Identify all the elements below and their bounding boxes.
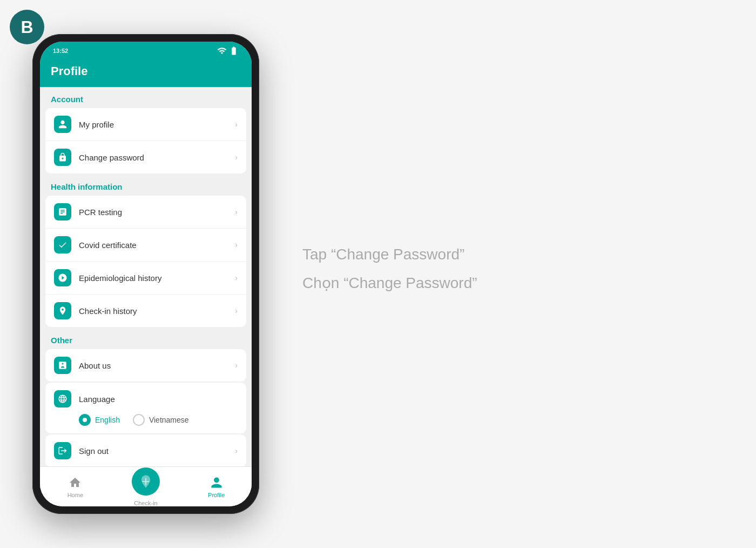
status-icons	[217, 46, 239, 56]
badge-b: B	[10, 10, 44, 44]
section-label-other: Other	[40, 328, 252, 349]
signout-label: Sign out	[79, 446, 235, 456]
covid-cert-icon	[54, 236, 71, 253]
checkin-history-item[interactable]: Check-in history ›	[45, 295, 246, 327]
language-icon	[54, 390, 71, 407]
signout-chevron: ›	[235, 446, 238, 455]
checkin-history-chevron: ›	[235, 306, 238, 315]
health-menu-card: PCR testing › Covid certificate ›	[45, 196, 246, 327]
change-password-item[interactable]: Change password ›	[45, 141, 246, 173]
phone-screen: 13:52 Profile Account	[40, 42, 252, 506]
phone-outer: 13:52 Profile Account	[32, 34, 259, 514]
change-password-label: Change password	[79, 153, 235, 162]
about-us-icon	[54, 357, 71, 374]
home-tab-icon	[68, 476, 82, 490]
app-header-title: Profile	[51, 64, 87, 78]
about-us-chevron: ›	[235, 361, 238, 370]
section-label-account: Account	[40, 87, 252, 108]
profile-tab-label: Profile	[208, 492, 225, 498]
checkin-history-icon	[54, 302, 71, 319]
my-profile-label: My profile	[79, 120, 235, 129]
pcr-testing-item[interactable]: PCR testing ›	[45, 196, 246, 229]
tab-bar: Home Check-in Profile	[40, 466, 252, 506]
my-profile-chevron: ›	[235, 120, 238, 129]
content-area: Account My profile › Change password	[40, 87, 252, 506]
vietnamese-radio[interactable]	[133, 414, 145, 426]
instruction-line-2: Chọn “Change Password”	[302, 274, 477, 292]
covid-cert-label: Covid certificate	[79, 240, 235, 250]
signout-icon	[54, 442, 71, 459]
instruction-line-1: Tap “Change Password”	[302, 246, 464, 263]
covid-cert-item[interactable]: Covid certificate ›	[45, 229, 246, 262]
account-menu-card: My profile › Change password ›	[45, 108, 246, 173]
pcr-testing-icon	[54, 203, 71, 220]
my-profile-icon	[54, 116, 71, 133]
change-password-chevron: ›	[235, 153, 238, 162]
english-radio[interactable]	[79, 414, 91, 426]
tab-profile[interactable]: Profile	[181, 467, 252, 506]
language-header: Language	[54, 390, 238, 407]
app-header: Profile	[40, 59, 252, 87]
about-us-item[interactable]: About us ›	[45, 349, 246, 382]
my-profile-item[interactable]: My profile ›	[45, 108, 246, 141]
language-label: Language	[79, 395, 238, 404]
covid-cert-chevron: ›	[235, 240, 238, 249]
signout-item[interactable]: Sign out ›	[45, 435, 246, 467]
pcr-testing-label: PCR testing	[79, 208, 235, 217]
language-options: English Vietnamese	[54, 414, 238, 426]
about-us-label: About us	[79, 361, 235, 370]
section-label-health: Health information	[40, 175, 252, 196]
english-label: English	[95, 416, 120, 424]
tab-home[interactable]: Home	[40, 467, 111, 506]
instruction-area: Tap “Change Password” Chọn “Change Passw…	[259, 246, 724, 303]
vietnamese-label: Vietnamese	[149, 416, 189, 424]
checkin-tab-label: Check-in	[134, 500, 157, 506]
other-menu-card: About us ›	[45, 349, 246, 382]
epidemiological-history-item[interactable]: Epidemiological history ›	[45, 262, 246, 295]
epidemiological-history-icon	[54, 269, 71, 286]
home-tab-label: Home	[68, 492, 83, 498]
change-password-icon	[54, 149, 71, 166]
time-display: 13:52	[53, 48, 68, 54]
epidemiological-history-label: Epidemiological history	[79, 273, 235, 283]
english-option[interactable]: English	[79, 414, 120, 426]
epi-chevron: ›	[235, 273, 238, 282]
phone-device: 13:52 Profile Account	[32, 34, 259, 514]
checkin-history-label: Check-in history	[79, 306, 235, 316]
status-bar: 13:52	[40, 42, 252, 59]
tab-checkin[interactable]: Check-in	[111, 467, 181, 506]
language-section: Language English Vietnamese	[45, 383, 246, 433]
pcr-chevron: ›	[235, 208, 238, 216]
vietnamese-option[interactable]: Vietnamese	[133, 414, 189, 426]
profile-tab-icon	[210, 476, 224, 490]
checkin-fab[interactable]	[132, 467, 160, 496]
